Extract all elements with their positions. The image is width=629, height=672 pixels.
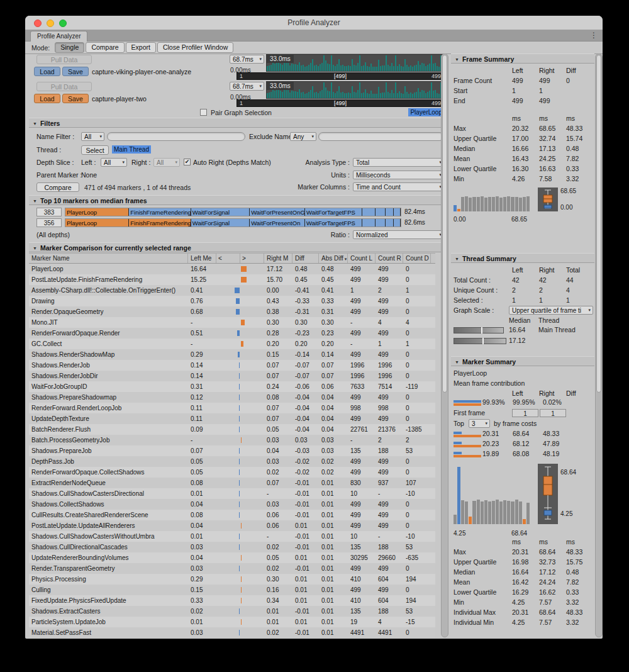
auto-right-checkbox[interactable]: ✔ <box>184 159 191 165</box>
save-button[interactable]: Save <box>62 94 89 103</box>
mode-compare-button[interactable]: Compare <box>86 42 124 53</box>
table-row[interactable]: PostLateUpdate.UpdateAllRenderers0.040.0… <box>29 520 435 531</box>
frame-summary-header[interactable]: ▼Frame Summary <box>451 53 594 64</box>
table-row[interactable]: Shadows.CollectShadows0.040.03-0.010.014… <box>29 499 435 510</box>
table-row[interactable]: Render.TransparentGeometry0.030.02-0.010… <box>29 563 435 574</box>
titlebar[interactable]: Profile Analyzer <box>25 16 603 30</box>
thread-summary-header[interactable]: ▼Thread Summary <box>451 253 594 263</box>
table-row[interactable]: Shadows.CullShadowCastersDirectional0.01… <box>29 488 435 499</box>
column-header[interactable]: > <box>240 254 264 263</box>
max-time-dropdown[interactable]: 68.7ms ▾ <box>230 55 264 64</box>
table-row[interactable]: Material.SetPassFast0.030.02-0.010.01449… <box>29 627 435 637</box>
marker-segment[interactable] <box>376 208 386 216</box>
column-header[interactable]: Marker Name <box>29 254 188 263</box>
table-row[interactable]: RenderForward.RenderLoopJob0.110.07-0.04… <box>29 403 435 413</box>
pair-graph-checkbox[interactable] <box>200 109 207 116</box>
name-filter-input[interactable] <box>107 132 245 141</box>
table-row[interactable]: DepthPass.Job0.050.03-0.020.024994990 <box>29 456 435 467</box>
marker-segment[interactable] <box>394 219 401 227</box>
frame-index-button[interactable]: 356 <box>36 218 62 227</box>
table-row[interactable]: PostLateUpdate.FinishFrameRendering15.25… <box>29 274 435 285</box>
frame-time-graph[interactable]: 33.0ms <box>266 54 444 72</box>
save-button[interactable]: Save <box>62 67 89 76</box>
sidebar-scrollbar[interactable] <box>595 53 603 637</box>
table-row[interactable]: GC.Collect-0.200.200.20-11 <box>29 339 435 349</box>
analysis-type-dropdown[interactable]: Total ▾ <box>353 158 444 167</box>
column-header[interactable]: Count D <box>403 254 431 263</box>
table-row[interactable]: RenderForwardOpaque.Render0.510.28-0.230… <box>29 328 435 339</box>
marker-segment[interactable]: WaitForPresentOnG <box>250 208 305 216</box>
marker-segment[interactable]: FinishFrameRendering <box>129 208 191 216</box>
marker-segment[interactable]: FinishFrameRendering <box>129 219 191 227</box>
thread-graph-row[interactable]: 17.12 <box>451 336 594 347</box>
load-button[interactable]: Load <box>34 67 60 76</box>
name-filter-mode-dropdown[interactable]: All ▾ <box>81 132 104 141</box>
tab-profile-analyzer[interactable]: Profile Analyzer <box>30 31 87 42</box>
column-header[interactable]: Diff <box>292 254 319 263</box>
table-row[interactable]: Shadows.PrepareShadowmap0.120.08-0.040.0… <box>29 392 435 403</box>
marker-segment[interactable]: WaitForSignal <box>191 208 250 216</box>
marker-segment[interactable]: WaitForPresentOn <box>250 219 305 227</box>
column-header[interactable]: Count L <box>348 254 376 263</box>
comparison-header[interactable]: ▼Marker Comparison for currently selecte… <box>29 242 444 252</box>
table-row[interactable]: Shadows.CullDirectionalCascades0.030.02-… <box>29 542 435 552</box>
table-row[interactable]: WaitForJobGroupID0.310.24-0.060.06763375… <box>29 381 435 392</box>
ratio-dropdown[interactable]: Normalized ▾ <box>353 230 444 239</box>
table-row[interactable]: CullResults.CreateSharedRendererScene0.0… <box>29 510 435 520</box>
top10-header[interactable]: ▼Top 10 markers on median frames <box>29 195 444 205</box>
table-row[interactable]: ParticleSystem.UpdateJob0.010.010.010.01… <box>29 617 435 627</box>
marker-segment[interactable] <box>376 219 386 227</box>
marker-segment[interactable] <box>394 208 401 216</box>
table-row[interactable]: UpdateRendererBoundingVolumes0.040.050.0… <box>29 552 435 563</box>
table-row[interactable]: Shadows.RenderJob0.140.07-0.070.07199619… <box>29 360 435 371</box>
column-header[interactable]: Abs Diff▾ <box>319 254 348 263</box>
marker-segment[interactable]: PlayerLoop <box>65 208 129 216</box>
table-row[interactable]: Batch.ProcessGeometryJob-0.030.030.03-22 <box>29 435 435 445</box>
mode-single-button[interactable]: Single <box>55 42 84 53</box>
marker-segment[interactable]: WaitForTargetFPS <box>305 219 362 227</box>
table-row[interactable]: Physics.Processing0.290.300.010.01410604… <box>29 574 435 585</box>
table-row[interactable]: Assembly-CSharp.dll!::Collectable.OnTrig… <box>29 285 435 296</box>
marker-segment[interactable] <box>362 219 376 227</box>
marker-segment[interactable] <box>362 208 376 216</box>
table-row[interactable]: PlayerLoop16.6417.120.480.484994990 <box>29 264 435 274</box>
table-row[interactable]: Mono.JIT-0.300.300.30-44 <box>29 317 435 328</box>
left-pane-scrollbar[interactable] <box>441 53 448 637</box>
thread-select-button[interactable]: Select <box>81 145 109 155</box>
frame-index-button[interactable]: 383 <box>36 208 62 216</box>
load-button[interactable]: Load <box>34 94 60 103</box>
exclude-mode-dropdown[interactable]: Any ▾ <box>290 132 316 141</box>
exclude-names-input[interactable] <box>318 132 444 141</box>
column-header[interactable]: Right M <box>264 254 292 263</box>
pull-data-button[interactable]: Pull Data <box>36 82 92 91</box>
zoom-window-button[interactable] <box>59 20 67 27</box>
table-row[interactable]: ExtractRenderNodeQueue0.080.07-0.010.018… <box>29 478 435 488</box>
table-row[interactable]: FixedUpdate.PhysicsFixedUpdate0.330.340.… <box>29 595 435 606</box>
pull-data-button[interactable]: Pull Data <box>36 55 92 64</box>
column-header[interactable]: Left Me <box>188 254 216 263</box>
overflow-menu-icon[interactable]: ⋮ <box>590 30 598 41</box>
mode-export-button[interactable]: Export <box>126 42 156 53</box>
close-window-button[interactable] <box>34 20 42 27</box>
marker-columns-dropdown[interactable]: Time and Count ▾ <box>353 182 444 191</box>
marker-segment[interactable]: WaitForSignal <box>191 219 250 227</box>
first-frame-left-button[interactable]: 1 <box>512 409 538 417</box>
table-row[interactable]: Shadows.RenderShadowMap0.290.15-0.140.14… <box>29 349 435 360</box>
marker-summary-header[interactable]: ▼Marker Summary <box>451 356 594 366</box>
depth-left-dropdown[interactable]: All ▾ <box>101 158 127 167</box>
marker-segment[interactable] <box>386 208 394 216</box>
compare-button[interactable]: Compare <box>36 182 79 192</box>
frame-range-slider[interactable]: 1 [499] 499 <box>237 99 444 107</box>
units-dropdown[interactable]: Milliseconds ▾ <box>353 171 444 179</box>
table-row[interactable]: BatchRenderer.Flush0.090.05-0.040.042276… <box>29 424 435 435</box>
table-row[interactable]: Render.OpaqueGeometry0.680.38-0.310.3149… <box>29 306 435 317</box>
thread-graph-row[interactable]: 16.64 Main Thread <box>451 325 594 336</box>
table-row[interactable]: RenderForwardOpaque.CollectShadows0.050.… <box>29 467 435 478</box>
frame-range-slider[interactable]: 1 [499] 499 <box>237 72 444 80</box>
graph-scale-dropdown[interactable]: Upper quartile of frame ti ▾ <box>509 306 593 315</box>
table-row[interactable]: Shadows.RenderJobDir0.140.07-0.070.07199… <box>29 371 435 381</box>
table-row[interactable]: UpdateDepthTexture0.110.07-0.040.0449949… <box>29 413 435 424</box>
marker-segment[interactable]: PlayerLoop <box>65 219 129 227</box>
scrollbar-thumb[interactable] <box>596 55 601 393</box>
table-row[interactable]: Shadows.PrepareJob0.070.04-0.030.0313518… <box>29 445 435 456</box>
